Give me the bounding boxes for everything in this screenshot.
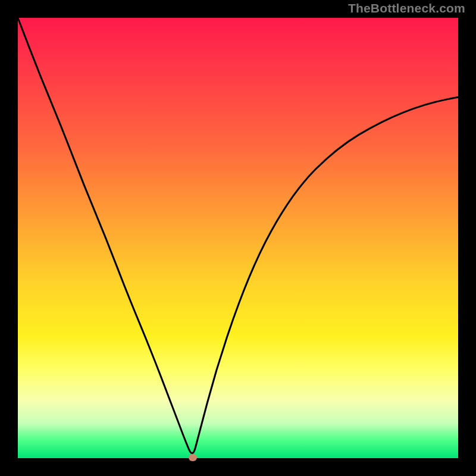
bottleneck-curve [18,18,458,458]
watermark-text: TheBottleneck.com [348,1,465,15]
optimal-point-marker [189,454,197,461]
curve-path [18,18,458,453]
plot-area [18,18,458,458]
chart-frame: TheBottleneck.com [0,0,476,476]
